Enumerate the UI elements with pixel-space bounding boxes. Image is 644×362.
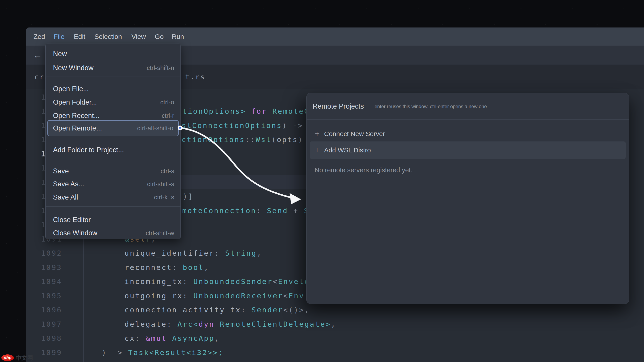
menu-bar: Zed File Edit Selection View Go Run [26, 27, 644, 46]
code-line[interactable]: ctionOptions::Wsl(opts) [182, 132, 303, 147]
code-token: AsyncApp [167, 334, 214, 343]
menu-item-label: New [53, 50, 67, 58]
code-token: ) -> [282, 121, 304, 130]
code-token: opts [277, 135, 298, 144]
remote-projects-dialog: Remote Projects enter reuses this window… [306, 93, 629, 304]
line-number: 1095 [41, 289, 62, 303]
menu-item-shortcut: ctrl-shift-s [147, 181, 174, 188]
menu-item-open-folder[interactable]: Open Folder...ctrl-o [46, 95, 180, 109]
menu-item-label: New Window [53, 64, 94, 72]
menu-item-shortcut: ctrl-s [160, 168, 174, 175]
menubar-item-view[interactable]: View [132, 27, 146, 45]
menu-item-label: Add Folder to Project... [53, 146, 124, 154]
code-token: : [172, 263, 183, 272]
code-line[interactable]: delegate: Arc<dyn RemoteClientDelegate>, [124, 317, 336, 331]
code-token: ) [298, 135, 304, 144]
code-token: delegate [124, 320, 167, 329]
menu-item-open-file[interactable]: Open File... [46, 82, 180, 96]
code-token: , [204, 263, 209, 272]
file-menu-dropdown: NewNew Windowctrl-shift-nOpen File...Ope… [46, 43, 181, 239]
code-token: Send [267, 206, 288, 215]
code-token: , [257, 249, 262, 257]
code-token: : [183, 292, 193, 300]
menu-item-label: Save All [53, 193, 78, 201]
code-token: , [214, 334, 220, 343]
code-token: Env [289, 292, 304, 300]
menu-item-add-folder-to-project[interactable]: Add Folder to Project... [46, 143, 180, 157]
menu-item-close-window[interactable]: Close Windowctrl-shift-w [46, 226, 180, 240]
code-token: UnboundedReceiver [194, 292, 283, 300]
menu-item-label: Open Remote... [53, 124, 102, 132]
code-token: ctionOptions [182, 135, 245, 144]
code-token: UnboundedSender [194, 277, 273, 286]
menubar-item-selection[interactable]: Selection [94, 27, 122, 45]
code-line[interactable]: outgoing_rx: UnboundedReceiver<Env [124, 289, 304, 303]
code-line[interactable]: tionOptions> for RemoteC [182, 104, 310, 118]
code-line[interactable]: cx: &mut AsyncApp, [124, 331, 220, 346]
menu-item-open-remote[interactable]: Open Remote...ctrl-alt-shift-o [48, 120, 179, 136]
menu-item-label: Save As... [53, 180, 84, 188]
code-token: dyn [198, 320, 214, 329]
menu-item-save-as[interactable]: Save As...ctrl-shift-s [46, 177, 180, 191]
code-line[interactable]: ) -> Task<Result<i32>>; [102, 346, 224, 360]
menubar-item-go[interactable]: Go [155, 27, 164, 45]
menubar-item-edit[interactable]: Edit [74, 27, 86, 45]
code-token: )] [183, 192, 194, 201]
code-token: + [288, 206, 304, 215]
menu-item-label: Save [53, 167, 69, 175]
menubar-item-run[interactable]: Run [172, 27, 184, 45]
menu-item-new-window[interactable]: New Windowctrl-shift-n [46, 61, 180, 75]
code-token: : [214, 249, 225, 257]
watermark-logo: php [1, 355, 14, 361]
code-token: RemoteC [267, 107, 310, 115]
menu-item-close-editor[interactable]: Close Editor [46, 213, 180, 227]
menu-item-new[interactable]: New [46, 47, 180, 61]
menu-item-label: Open File... [53, 85, 89, 93]
code-token: Envelo [278, 277, 310, 286]
code-token: , [331, 320, 336, 329]
empty-state-text: No remote servers registered yet. [314, 166, 412, 174]
code-token: : [256, 206, 267, 215]
code-line[interactable]: reconnect: bool, [124, 260, 209, 275]
line-number: 1092 [41, 246, 62, 260]
code-token: Arc< [178, 320, 199, 329]
line-number: 1099 [41, 346, 62, 360]
breadcrumb-path-end: t.rs [185, 65, 206, 89]
code-line[interactable]: )] [183, 189, 194, 204]
code-line[interactable]: incoming_tx: UnboundedSender<Envelo [124, 274, 310, 289]
menu-item-label: Open Folder... [53, 98, 97, 106]
menu-separator [46, 159, 180, 159]
code-line[interactable]: connection_activity_tx: Sender<()>, [124, 303, 310, 317]
menu-item-save-all[interactable]: Save Allctrl-k s [46, 190, 180, 204]
code-token: :: [245, 135, 256, 144]
code-token: RemoteClientDelegate> [214, 320, 331, 329]
dialog-header: Remote Projects enter reuses this window… [306, 93, 629, 119]
navigate-back-icon[interactable]: ← [33, 46, 42, 64]
code-token: : [241, 306, 252, 314]
code-token: < [283, 292, 289, 300]
menubar-item-file[interactable]: File [54, 27, 64, 45]
menu-item-save[interactable]: Savectrl-s [46, 164, 180, 178]
line-number: 1098 [41, 331, 62, 346]
connect-new-server-button[interactable]: + Connect New Server [306, 127, 629, 141]
menubar-item-zed[interactable]: Zed [34, 27, 45, 45]
code-token: Wsl [256, 135, 272, 144]
code-line[interactable]: unique_identifier: String, [124, 246, 262, 260]
add-wsl-distro-button[interactable]: + Add WSL Distro [310, 141, 626, 159]
code-token: < [273, 277, 278, 286]
line-number: 1093 [41, 260, 62, 275]
menu-item-shortcut: ctrl-shift-w [146, 230, 174, 237]
code-token: Task<Result<i32>>; [128, 348, 224, 357]
code-line[interactable]: slConnectionOptions) -> [182, 118, 303, 133]
menu-item-shortcut: ctrl-o [160, 99, 174, 106]
code-token: for [251, 107, 267, 115]
code-token: reconnect [124, 263, 172, 272]
code-token: slConnectionOptions [182, 121, 282, 130]
code-token: &mut [146, 334, 167, 343]
code-token: tionOptions> [182, 107, 251, 115]
menu-item-shortcut: ctrl-alt-shift-o [137, 125, 173, 132]
watermark-text: 中文网 [16, 354, 33, 362]
code-line[interactable]: moteConnection: Send + S [182, 204, 309, 218]
line-number: 1094 [41, 274, 62, 289]
dialog-title: Remote Projects [312, 102, 364, 110]
